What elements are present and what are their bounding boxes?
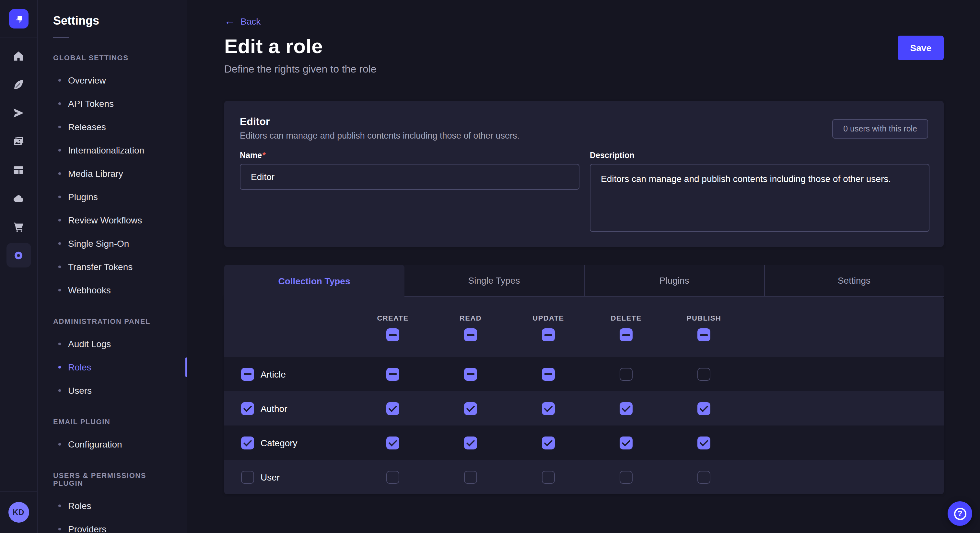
- select-all-delete-checkbox[interactable]: [620, 328, 633, 341]
- back-link[interactable]: ← Back: [224, 0, 261, 27]
- paper-plane-icon[interactable]: [6, 100, 31, 125]
- article-create-checkbox[interactable]: [386, 368, 399, 381]
- category-create-checkbox[interactable]: [386, 436, 399, 449]
- sidebar-item-review-workflows[interactable]: Review Workflows: [38, 209, 187, 232]
- bullet-icon: [58, 242, 61, 245]
- tab-settings[interactable]: Settings: [764, 265, 944, 297]
- category-update-checkbox[interactable]: [542, 436, 555, 449]
- sidebar-section-label: USERS & PERMISSIONS PLUGIN: [53, 471, 171, 487]
- sidebar-item-transfer-tokens[interactable]: Transfer Tokens: [38, 255, 187, 279]
- permission-cell: [665, 436, 743, 449]
- article-publish-checkbox[interactable]: [697, 368, 710, 381]
- users-with-role-badge[interactable]: 0 users with this role: [832, 119, 928, 139]
- sidebar-item-label: Webhooks: [68, 285, 111, 295]
- column-label: UPDATE: [533, 314, 564, 322]
- permission-cell: [509, 471, 587, 484]
- sidebar-item-roles[interactable]: Roles: [38, 355, 187, 379]
- bullet-icon: [58, 195, 61, 198]
- select-all-create-checkbox[interactable]: [386, 328, 399, 341]
- article-read-checkbox[interactable]: [464, 368, 477, 381]
- tab-single-types[interactable]: Single Types: [404, 265, 584, 297]
- cloud-icon[interactable]: [6, 186, 31, 211]
- user-read-checkbox[interactable]: [464, 471, 477, 484]
- sidebar-item-label: Configuration: [68, 439, 122, 449]
- author-read-checkbox[interactable]: [464, 402, 477, 415]
- cart-icon[interactable]: [6, 214, 31, 239]
- category-row-checkbox[interactable]: [241, 436, 254, 449]
- sidebar-item-single-sign-on[interactable]: Single Sign-On: [38, 232, 187, 255]
- media-library-icon[interactable]: [6, 129, 31, 154]
- category-publish-checkbox[interactable]: [697, 436, 710, 449]
- avatar[interactable]: KD: [8, 502, 29, 523]
- feather-icon[interactable]: [6, 72, 31, 97]
- author-update-checkbox[interactable]: [542, 402, 555, 415]
- sidebar-item-users[interactable]: Users: [38, 379, 187, 402]
- required-asterisk: *: [262, 151, 266, 160]
- description-field-group: Description Editors can manage and publi…: [590, 151, 929, 232]
- sidebar-item-label: Releases: [68, 122, 106, 132]
- save-button[interactable]: Save: [898, 36, 944, 60]
- layout-icon[interactable]: [6, 157, 31, 182]
- sidebar-item-label: Audit Logs: [68, 339, 111, 349]
- bullet-icon: [58, 528, 61, 530]
- help-button[interactable]: ?: [948, 501, 972, 526]
- gear-icon[interactable]: [6, 243, 31, 268]
- sidebar-item-internationalization[interactable]: Internationalization: [38, 139, 187, 162]
- sidebar-item-api-tokens[interactable]: API Tokens: [38, 92, 187, 115]
- category-delete-checkbox[interactable]: [620, 436, 633, 449]
- rail-header: [0, 0, 37, 38]
- sidebar-item-label: Roles: [68, 362, 91, 373]
- bullet-icon: [58, 289, 61, 292]
- table-row-article: Article: [224, 357, 944, 391]
- permission-cell: [354, 368, 432, 381]
- home-icon[interactable]: [6, 43, 31, 68]
- user-create-checkbox[interactable]: [386, 471, 399, 484]
- sidebar-item-media-library[interactable]: Media Library: [38, 162, 187, 185]
- author-row-checkbox[interactable]: [241, 402, 254, 415]
- sidebar-item-plugins[interactable]: Plugins: [38, 185, 187, 209]
- sidebar-item-roles[interactable]: Roles: [38, 494, 187, 517]
- tab-collection-types[interactable]: Collection Types: [224, 265, 404, 297]
- name-input[interactable]: [240, 164, 579, 190]
- settings-sidebar: Settings GLOBAL SETTINGSOverviewAPI Toke…: [38, 0, 187, 533]
- app-window: KD Settings GLOBAL SETTINGSOverviewAPI T…: [0, 0, 980, 533]
- article-delete-checkbox[interactable]: [620, 368, 633, 381]
- description-textarea[interactable]: Editors can manage and publish contents …: [590, 164, 929, 232]
- author-publish-checkbox[interactable]: [697, 402, 710, 415]
- sidebar-item-webhooks[interactable]: Webhooks: [38, 279, 187, 302]
- sidebar-item-releases[interactable]: Releases: [38, 115, 187, 139]
- user-row-checkbox[interactable]: [241, 471, 254, 484]
- select-all-publish-checkbox[interactable]: [697, 328, 710, 341]
- sidebar-item-audit-logs[interactable]: Audit Logs: [38, 332, 187, 355]
- select-all-update-checkbox[interactable]: [542, 328, 555, 341]
- sidebar-sections: GLOBAL SETTINGSOverviewAPI TokensRelease…: [38, 54, 187, 533]
- user-update-checkbox[interactable]: [542, 471, 555, 484]
- permissions-card: Collection TypesSingle TypesPluginsSetti…: [224, 265, 944, 494]
- name-label: Name*: [240, 151, 579, 160]
- row-header: Author: [224, 402, 354, 415]
- sidebar-item-label: Review Workflows: [68, 215, 142, 225]
- column-header-create: CREATE: [354, 297, 432, 357]
- article-row-checkbox[interactable]: [241, 368, 254, 381]
- permission-cell: [509, 436, 587, 449]
- sidebar-item-overview[interactable]: Overview: [38, 69, 187, 92]
- title-divider: [53, 37, 69, 38]
- sidebar-item-label: API Tokens: [68, 98, 114, 109]
- tab-plugins[interactable]: Plugins: [584, 265, 764, 297]
- sidebar-item-providers[interactable]: Providers: [38, 517, 187, 533]
- user-delete-checkbox[interactable]: [620, 471, 633, 484]
- select-all-read-checkbox[interactable]: [464, 328, 477, 341]
- permission-cell: [432, 402, 509, 415]
- permissions-tabs: Collection TypesSingle TypesPluginsSetti…: [224, 265, 944, 297]
- sidebar-section-label: EMAIL PLUGIN: [53, 418, 171, 425]
- column-header-delete: DELETE: [587, 297, 665, 357]
- sidebar-item-configuration[interactable]: Configuration: [38, 433, 187, 456]
- author-create-checkbox[interactable]: [386, 402, 399, 415]
- user-publish-checkbox[interactable]: [697, 471, 710, 484]
- category-read-checkbox[interactable]: [464, 436, 477, 449]
- strapi-logo[interactable]: [9, 9, 28, 29]
- author-delete-checkbox[interactable]: [620, 402, 633, 415]
- sidebar-item-label: Users: [68, 385, 92, 396]
- article-update-checkbox[interactable]: [542, 368, 555, 381]
- column-header-update: UPDATE: [509, 297, 587, 357]
